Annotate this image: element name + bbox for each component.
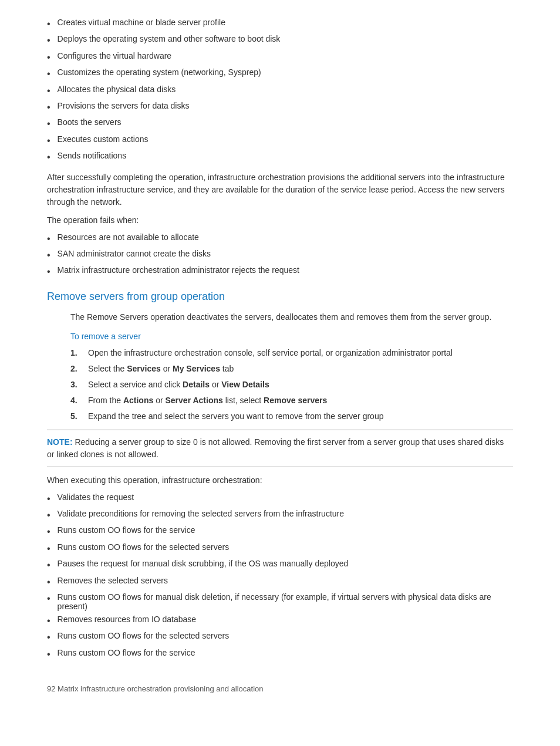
list-item: Customizes the operating system (network… [47,67,513,80]
list-item: Runs custom OO flows for the selected se… [47,542,513,555]
list-item: Deploys the operating system and other s… [47,34,513,47]
list-item: Removes resources from IO database [47,615,513,627]
when-executing-intro: When executing this operation, infrastru… [47,474,513,487]
list-item: Configures the virtual hardware [47,51,513,64]
list-item: Provisions the servers for data disks [47,101,513,114]
list-item: Validates the request [47,492,513,505]
section-heading: Remove servers from group operation [47,291,513,303]
note-text: Reducing a server group to size 0 is not… [47,437,504,459]
sub-heading: To remove a server [70,332,513,341]
list-item: Sends notifications [47,151,513,164]
list-item: Runs custom OO flows for the service [47,648,513,661]
list-item: Runs custom OO flows for the selected se… [47,631,513,644]
table-row: 3.Select a service and click Details or … [70,379,513,391]
list-item: Resources are not available to allocate [47,232,513,245]
list-item: Allocates the physical data disks [47,85,513,97]
list-item: Runs custom OO flows for the service [47,525,513,538]
note-label: NOTE: [47,437,73,447]
top-bullet-list: Creates virtual machine or blade server … [47,18,513,164]
note-box: NOTE: Reducing a server group to size 0 … [47,430,513,467]
footer: 92 Matrix infrastructure orchestration p… [47,684,513,693]
list-item: Pauses the request for manual disk scrub… [47,559,513,572]
table-row: 5.Expand the tree and select the servers… [70,410,513,423]
steps-list: 1.Open the infrastructure orchestration … [70,347,513,423]
table-row: 4.From the Actions or Server Actions lis… [70,394,513,407]
list-item: Matrix infrastructure orchestration admi… [47,265,513,278]
list-item: SAN administrator cannot create the disk… [47,249,513,262]
table-row: 2.Select the Services or My Services tab [70,363,513,375]
list-item: Validate preconditions for removing the … [47,509,513,522]
fails-intro: The operation fails when: [47,214,513,227]
when-executing-bullets: Validates the requestValidate preconditi… [47,492,513,661]
section-intro: The Remove Servers operation deactivates… [70,311,513,323]
table-row: 1.Open the infrastructure orchestration … [70,347,513,359]
fails-bullet-list: Resources are not available to allocateS… [47,232,513,279]
list-item: Boots the servers [47,117,513,130]
list-item: Executes custom actions [47,134,513,147]
list-item: Runs custom OO flows for manual disk del… [47,592,513,611]
after-paragraph: After successfully completing the operat… [47,171,513,208]
list-item: Creates virtual machine or blade server … [47,18,513,31]
list-item: Removes the selected servers [47,576,513,589]
